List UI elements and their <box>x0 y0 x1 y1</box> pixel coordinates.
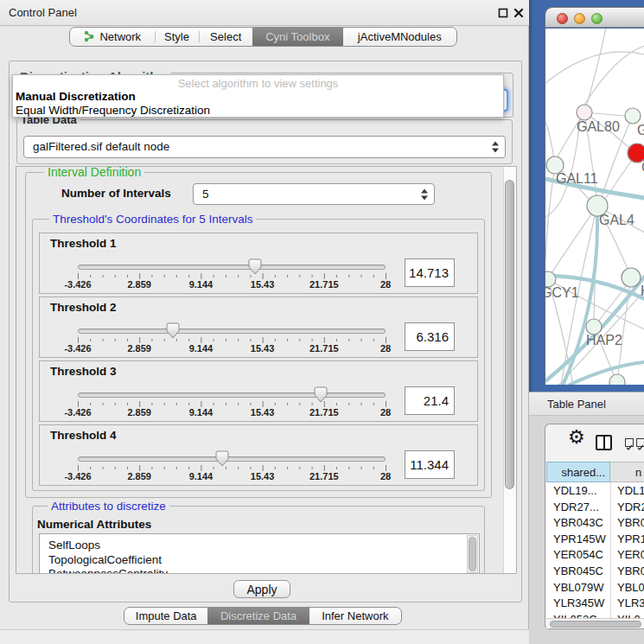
slider-ticks <box>78 336 387 344</box>
tab-jactivemnodules[interactable]: jActiveMNodules <box>343 28 456 46</box>
tab-label: Cyni Toolbox <box>265 30 329 43</box>
table-row[interactable]: YBL079WYBL0 <box>546 579 644 596</box>
slider-track[interactable] <box>78 456 386 462</box>
tab-label: Impute Data <box>136 609 197 622</box>
threshold-panel: Threshold 4-3.4262.8599.14415.4321.71528… <box>39 424 478 486</box>
thresholds-group-title: Threshold's Coordinates for 5 Intervals <box>49 213 256 226</box>
columns-icon-divider <box>603 437 605 449</box>
slider-thumb[interactable] <box>314 386 328 406</box>
table-row[interactable]: YPR145WYPR1 <box>546 531 644 547</box>
network-node-node-ga <box>625 108 641 124</box>
top-tab-bar: NetworkStyleSelectCyni ToolboxjActiveMNo… <box>69 27 457 47</box>
bottom-strip <box>0 629 529 644</box>
column-header-shared-name[interactable]: shared... <box>546 462 610 482</box>
checkbox-icon-1[interactable] <box>625 438 634 447</box>
attribute-item[interactable]: TopologicalCoefficient <box>40 553 479 568</box>
zoom-traffic-light[interactable] <box>591 13 603 24</box>
table-row[interactable]: YBR045CYBR0 <box>546 563 644 579</box>
network-node-label: GAL80 <box>577 119 620 134</box>
float-window-icon[interactable] <box>498 8 508 18</box>
cell-name: YPR1 <box>617 532 644 545</box>
numerical-attributes-list[interactable]: SelfLoopsTopologicalCoefficientBetweenne… <box>39 533 480 574</box>
tab-style[interactable]: Style <box>155 28 200 46</box>
threshold-panel: Threshold 2-3.4262.8599.14415.4321.71528… <box>39 296 478 358</box>
column-divider <box>610 595 611 611</box>
tick-label: 9.144 <box>189 407 214 418</box>
right-panel: GAL80GACGAL11GAL4GCY1HHAP2 Table Panel ⚙… <box>529 0 644 644</box>
slider-track[interactable] <box>78 392 386 398</box>
column-header-name[interactable]: n <box>610 462 644 482</box>
control-panel: Control Panel NetworkStyleSelectCyni Too… <box>0 0 529 644</box>
table-row[interactable]: YBR043CYBR0 <box>546 514 644 531</box>
table-horizontal-scrollbar-thumb[interactable] <box>550 621 641 628</box>
network-node-node-bottom <box>609 374 625 385</box>
threshold-label: Threshold 4 <box>50 429 117 442</box>
tick-label: -3.426 <box>64 279 91 290</box>
table-data-combo[interactable]: galFiltered.sif default node <box>23 136 506 158</box>
tick-label: 21.715 <box>309 407 339 418</box>
table-row[interactable]: YDL19...YDL1 <box>546 482 644 499</box>
apply-button[interactable]: Apply <box>233 580 290 598</box>
column-divider <box>610 579 611 596</box>
bottom-tab-impute-data[interactable]: Impute Data <box>124 608 207 624</box>
attributes-list-scrollbar[interactable] <box>467 535 478 573</box>
slider-track[interactable] <box>78 328 386 334</box>
attribute-item[interactable]: BetweennessCentrality <box>40 567 479 574</box>
tab-label: Select <box>210 30 241 43</box>
attribute-item[interactable]: SelfLoops <box>40 539 479 553</box>
table-row[interactable]: YDR27...YDR2 <box>546 499 644 515</box>
slider-thumb[interactable] <box>248 258 262 278</box>
tab-label: Infer Network <box>322 609 388 622</box>
table-row[interactable]: YIL052CYIL0 <box>546 611 644 618</box>
tick-label: 15.43 <box>251 343 275 354</box>
bottom-tab-infer-network[interactable]: Infer Network <box>309 608 401 624</box>
threshold-value-field[interactable]: 21.4 <box>405 386 455 415</box>
close-traffic-light[interactable] <box>557 13 568 24</box>
slider-thumb[interactable] <box>215 450 229 470</box>
tab-select[interactable]: Select <box>199 28 252 46</box>
cell-name: YBR0 <box>617 516 644 529</box>
tab-network[interactable]: Network <box>70 28 155 46</box>
table-horizontal-scrollbar[interactable] <box>546 618 644 628</box>
control-panel-titlebar: Control Panel <box>0 0 529 26</box>
table-panel-title: Table Panel <box>547 398 606 411</box>
dropdown-option[interactable]: Manual Discretization <box>16 90 136 103</box>
threshold-label: Threshold 3 <box>50 365 117 378</box>
bottom-tab-bar: Impute DataDiscretize DataInfer Network <box>124 607 402 625</box>
network-desktop-background: GAL80GACGAL11GAL4GCY1HHAP2 <box>529 0 644 392</box>
table-panel-titlebar: Table Panel <box>529 392 644 416</box>
settings-vertical-scrollbar-thumb[interactable] <box>505 180 514 489</box>
tick-label: 28 <box>380 407 391 418</box>
gear-icon[interactable]: ⚙ <box>568 426 585 449</box>
minimize-traffic-light[interactable] <box>574 13 585 24</box>
column-divider <box>610 499 611 515</box>
close-icon[interactable] <box>513 8 524 18</box>
combo-arrows-icon <box>492 142 499 153</box>
slider-track[interactable] <box>78 265 386 270</box>
bottom-tab-discretize-data[interactable]: Discretize Data <box>207 608 309 624</box>
number-of-intervals-spinner[interactable]: 5 <box>193 183 435 205</box>
tick-label: -3.426 <box>64 471 91 481</box>
table-header: shared...n <box>546 462 644 482</box>
threshold-value-field[interactable]: 11.344 <box>405 450 455 479</box>
threshold-value-field[interactable]: 6.316 <box>405 322 455 351</box>
algorithm-dropdown-popup: Select algorithm to view settings Manual… <box>12 74 504 118</box>
tick-label: 2.859 <box>127 407 151 418</box>
network-window-titlebar <box>545 8 644 28</box>
slider-ticks <box>78 400 387 408</box>
checkbox-icon-2[interactable] <box>636 438 644 447</box>
attributes-list-scrollbar-thumb[interactable] <box>469 537 476 571</box>
tab-cyni-toolbox[interactable]: Cyni Toolbox <box>252 28 343 46</box>
tick-label: 28 <box>380 343 391 354</box>
threshold-value-field[interactable]: 14.713 <box>405 258 455 287</box>
slider-thumb[interactable] <box>166 322 180 342</box>
slider-ticks <box>78 272 387 280</box>
network-graph: GAL80GACGAL11GAL4GCY1HHAP2 <box>545 29 644 385</box>
dropdown-option[interactable]: Equal Width/Frequency Discretization <box>16 104 210 117</box>
table-row[interactable]: YLR345WYLR3 <box>546 595 644 611</box>
tick-label: 9.144 <box>189 343 214 354</box>
table-row[interactable]: YER054CYER0 <box>546 546 644 563</box>
network-view-window: GAL80GACGAL11GAL4GCY1HHAP2 <box>545 7 644 385</box>
columns-icon[interactable] <box>596 435 612 450</box>
network-canvas[interactable]: GAL80GACGAL11GAL4GCY1HHAP2 <box>545 29 644 385</box>
